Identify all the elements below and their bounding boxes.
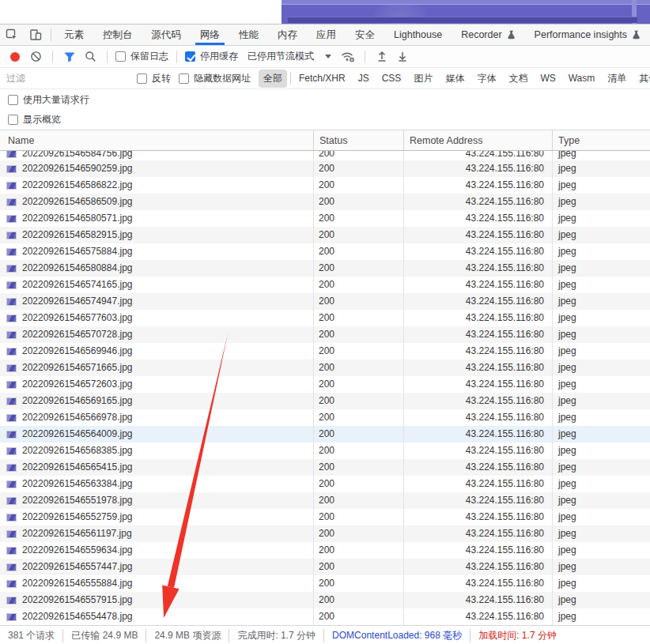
table-row[interactable]: 202209261546552759.jpg20043.224.155.116:… [0,509,650,525]
table-row[interactable]: 202209261546569946.jpg20043.224.155.116:… [0,343,650,360]
disable-cache-checkbox[interactable]: 停用缓存 [185,50,238,63]
table-row[interactable]: 202209261546586509.jpg20043.224.155.116:… [0,194,650,210]
table-row[interactable]: 202209261546565415.jpg20043.224.155.116:… [0,459,650,476]
column-header-name[interactable]: Name [0,130,313,150]
table-row[interactable]: 202209261546575884.jpg20043.224.155.116:… [0,243,650,260]
tab-console[interactable]: 控制台 [93,24,142,45]
table-row[interactable]: 202209261546555884.jpg20043.224.155.116:… [0,575,650,592]
request-type: jpeg [552,194,650,210]
hide-data-urls-checkbox[interactable]: 隐藏数据网址 [179,72,251,85]
request-remote-address: 43.224.155.116:80 [403,592,552,608]
preserve-log-checkbox-box[interactable] [115,51,126,62]
tab-memory[interactable]: 内存 [268,24,307,45]
table-row[interactable]: 202209261546582915.jpg20043.224.155.116:… [0,227,650,243]
table-row[interactable]: 202209261546568385.jpg20043.224.155.116:… [0,443,650,459]
filter-pill-ws[interactable]: WS [535,70,560,86]
table-row[interactable]: 202209261546580571.jpg20043.224.155.116:… [0,210,650,227]
status-resources: 24.9 MB 项资源 [145,629,229,642]
inspect-element-button[interactable] [0,24,24,45]
filter-pill--[interactable]: 媒体 [440,70,469,88]
tab-performance[interactable]: 性能 [229,24,268,45]
big-request-rows-checkbox-box[interactable] [8,95,18,105]
table-row[interactable]: 202209261546559634.jpg20043.224.155.116:… [0,542,650,559]
hide-data-urls-checkbox-box[interactable] [179,73,189,84]
request-name: 202209261546577603.jpg [22,310,132,326]
flask-icon [507,30,516,40]
filter-toggle-button[interactable] [61,48,78,66]
tab-network-label: 网络 [200,28,220,42]
tab-sources[interactable]: 源代码 [142,24,191,45]
table-row[interactable]: 202209261546564009.jpg20043.224.155.116:… [0,426,650,443]
filter-pill--[interactable]: 清单 [603,70,631,88]
image-thumbnail-icon [6,331,17,339]
filter-pill-js[interactable]: JS [353,70,374,86]
table-row[interactable]: 202209261546561197.jpg20043.224.155.116:… [0,525,650,542]
column-header-status[interactable]: Status [313,130,403,150]
request-name: 202209261546564009.jpg [22,426,132,443]
tab-application[interactable]: 应用 [307,24,346,45]
filter-pill--[interactable]: 图片 [409,70,437,88]
table-row[interactable]: 202209261546577603.jpg20043.224.155.116:… [0,310,650,326]
filter-input[interactable] [6,73,129,84]
show-overview-checkbox[interactable]: 显示概览 [8,113,61,126]
disable-cache-checkbox-box[interactable] [185,51,195,62]
export-har-button[interactable] [394,48,411,66]
tab-network[interactable]: 网络 [191,24,229,45]
preserve-log-checkbox[interactable]: 保留日志 [115,50,168,63]
table-row[interactable]: 202209261546590259.jpg20043.224.155.116:… [0,160,650,177]
request-type: jpeg [552,559,650,575]
table-row[interactable]: 202209261546574947.jpg20043.224.155.116:… [0,293,650,310]
show-overview-checkbox-box[interactable] [8,115,18,125]
table-row[interactable]: 202209261546570728.jpg20043.224.155.116:… [0,326,650,343]
network-conditions-button[interactable] [339,48,357,66]
device-toolbar-button[interactable] [24,24,47,45]
table-row[interactable]: 202209261546574165.jpg20043.224.155.116:… [0,277,650,293]
import-har-button[interactable] [373,48,391,66]
throttling-select[interactable]: 已停用节流模式 [248,50,331,63]
request-type: jpeg [552,360,650,376]
tab-elements[interactable]: 元素 [55,24,93,45]
invert-checkbox-box[interactable] [137,73,147,84]
filter-pill-css[interactable]: CSS [377,70,406,86]
tab-recorder[interactable]: Recorder [452,24,524,45]
filter-pill-wasm[interactable]: Wasm [564,70,600,86]
request-name: 202209261546572603.jpg [22,376,132,393]
tab-performance-insights[interactable]: Performance insights [525,24,650,45]
tab-security[interactable]: 安全 [346,24,384,45]
table-row[interactable]: 202209261546557915.jpg20043.224.155.116:… [0,592,650,608]
request-status: 200 [313,360,403,376]
table-row[interactable]: 202209261546566978.jpg20043.224.155.116:… [0,409,650,426]
import-arrow-up-icon [376,51,387,62]
table-row[interactable]: 202209261546557447.jpg20043.224.155.116:… [0,559,650,575]
filter-pill--[interactable]: 其他 [634,70,650,88]
filter-pill-fetch-xhr[interactable]: Fetch/XHR [294,70,350,86]
column-header-type[interactable]: Type [552,130,650,150]
table-row[interactable]: 202209261546580884.jpg20043.224.155.116:… [0,260,650,277]
search-button[interactable] [81,48,99,66]
filter-pill--[interactable]: 字体 [472,70,501,88]
tab-lighthouse[interactable]: Lighthouse [384,24,452,45]
table-row[interactable]: 202209261546571665.jpg20043.224.155.116:… [0,360,650,376]
table-row[interactable]: 202209261546569165.jpg20043.224.155.116:… [0,393,650,409]
request-name: 202209261546563384.jpg [22,476,132,492]
table-row[interactable]: 202209261546572603.jpg20043.224.155.116:… [0,376,650,393]
table-row[interactable]: 202209261546563384.jpg20043.224.155.116:… [0,476,650,492]
table-row[interactable]: 202209261546584756.jpg20043.224.155.116:… [0,151,650,160]
request-name: 202209261546586509.jpg [22,194,132,210]
table-row[interactable]: 202209261546551978.jpg20043.224.155.116:… [0,492,650,509]
request-name: 202209261546580571.jpg [22,210,132,227]
table-row[interactable]: 202209261546554478.jpg20043.224.155.116:… [0,608,650,625]
tabbar-divider [51,28,51,41]
invert-filter-checkbox[interactable]: 反转 [137,72,171,85]
request-name-cell: 202209261546552759.jpg [0,509,313,525]
clear-network-log-button[interactable] [27,48,44,66]
filter-pill--[interactable]: 文档 [504,70,532,88]
request-name: 202209261546574947.jpg [22,293,132,310]
request-status: 200 [313,243,403,260]
request-remote-address: 43.224.155.116:80 [403,360,552,376]
record-network-log-button[interactable] [6,48,24,66]
column-header-remote-address[interactable]: Remote Address [403,130,552,150]
table-row[interactable]: 202209261546586822.jpg20043.224.155.116:… [0,177,650,194]
big-request-rows-checkbox[interactable]: 使用大量请求行 [8,93,89,107]
filter-pill-all[interactable]: 全部 [259,70,287,88]
